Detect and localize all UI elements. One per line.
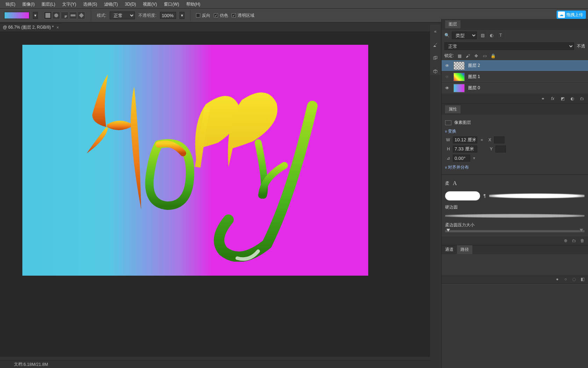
align-section[interactable]: 对齐并分布 xyxy=(445,164,585,170)
selection-path-icon[interactable]: ◌ xyxy=(571,276,577,282)
mask-icon[interactable]: ◩ xyxy=(559,95,566,102)
layer-item[interactable]: 👁 图层 1 xyxy=(442,71,588,83)
brush-size-slider[interactable] xyxy=(445,230,585,232)
x-input[interactable] xyxy=(494,136,504,143)
properties-tab[interactable]: 属性 xyxy=(445,105,460,113)
blend-mode-select[interactable]: 正常 xyxy=(110,12,135,19)
brush-soft-label: 柔 xyxy=(445,181,449,186)
svg-rect-0 xyxy=(45,13,50,18)
lock-artboard-icon[interactable]: ▭ xyxy=(482,53,487,59)
layer-name[interactable]: 图层 1 xyxy=(468,74,480,80)
width-input[interactable] xyxy=(453,136,477,143)
transform-section[interactable]: 变换 xyxy=(445,128,585,134)
cloud-icon: ☁ xyxy=(558,12,565,18)
layer-item[interactable]: 👁 图层 0 xyxy=(442,83,588,94)
stroke-path-icon[interactable]: ○ xyxy=(563,276,568,282)
layer-name[interactable]: 图层 2 xyxy=(468,63,480,69)
new-brush-icon[interactable]: ⊕ xyxy=(563,238,568,243)
link-wh-icon[interactable]: ⚭ xyxy=(480,137,484,142)
layer-thumbnail[interactable] xyxy=(453,62,465,70)
lock-position-icon[interactable]: ✥ xyxy=(473,53,479,59)
angle-input[interactable] xyxy=(453,155,470,162)
gradient-preview[interactable] xyxy=(4,12,29,19)
gradient-reflected-button[interactable] xyxy=(69,12,77,19)
lock-paint-icon[interactable]: 🖌 xyxy=(465,53,471,59)
channels-tab[interactable]: 通道 xyxy=(442,245,457,254)
adjustment-icon[interactable]: ◐ xyxy=(569,95,575,102)
3d-icon[interactable] xyxy=(432,68,439,75)
angle-dropdown[interactable]: ▾ xyxy=(473,156,475,161)
status-bar: 文档: 6.18M/21.8M xyxy=(0,360,430,368)
menu-window[interactable]: 窗口(W) xyxy=(160,1,182,7)
height-input[interactable] xyxy=(453,146,477,153)
canvas[interactable] xyxy=(22,45,368,276)
menu-layer[interactable]: 图层(L) xyxy=(38,1,59,7)
brush-folder-icon[interactable]: 🗀 xyxy=(571,238,577,243)
fill-path-icon[interactable]: ● xyxy=(554,276,560,282)
visibility-icon[interactable]: 👁 xyxy=(444,63,450,69)
fx-icon[interactable]: fx xyxy=(550,95,556,102)
lock-all-icon[interactable]: 🔒 xyxy=(490,53,496,59)
layer-blend-select[interactable]: 正常 xyxy=(444,42,574,50)
visibility-icon[interactable]: 👁 xyxy=(444,74,450,80)
search-icon[interactable]: 🔍 xyxy=(444,33,450,38)
menu-filter[interactable]: 滤镜(T) xyxy=(101,1,121,7)
brush-preview-stroke[interactable] xyxy=(489,191,585,200)
brush-hard-label: 硬边圆 xyxy=(445,204,585,210)
cloud-upload-label: 拖拽上传 xyxy=(566,12,583,18)
visibility-icon[interactable]: 👁 xyxy=(444,85,450,91)
layers-tab[interactable]: 图层 xyxy=(445,20,460,28)
collapse-icon[interactable]: « xyxy=(432,28,439,35)
layer-thumbnail[interactable] xyxy=(453,84,465,92)
layer-filter-select[interactable]: 类型 xyxy=(452,31,477,39)
brush-preview[interactable] xyxy=(445,191,480,200)
reverse-checkbox[interactable] xyxy=(196,13,200,17)
y-input[interactable] xyxy=(495,146,506,153)
close-icon[interactable]: × xyxy=(57,25,59,30)
layer-name[interactable]: 图层 0 xyxy=(468,85,480,91)
layer-item[interactable]: 👁 图层 2 xyxy=(442,60,588,71)
layer-buttons: ⚭ fx ◩ ◐ 🗀 xyxy=(442,94,588,104)
reverse-label: 反向 xyxy=(202,13,210,19)
brush-settings-icon[interactable] xyxy=(432,41,439,48)
gradient-angle-button[interactable] xyxy=(61,12,68,19)
text-tool-icon[interactable]: A xyxy=(453,180,457,186)
brush-hard-preview[interactable] xyxy=(445,212,585,219)
gradient-diamond-button[interactable] xyxy=(78,12,85,19)
paths-tab[interactable]: 路径 xyxy=(457,245,472,254)
menu-select[interactable]: 选择(S) xyxy=(80,1,101,7)
dither-checkbox[interactable] xyxy=(214,13,218,17)
doc-size-value[interactable]: 6.18M/21.8M xyxy=(23,362,48,367)
group-icon[interactable]: 🗀 xyxy=(579,95,585,102)
filter-type-icon[interactable]: T xyxy=(497,32,504,39)
menu-view[interactable]: 视图(V) xyxy=(139,1,160,7)
panels-column: 图层 🔍 类型 ▧ ◐ T 正常 不透 锁定: ▩ 🖌 ✥ ▭ 🔒 👁 图层 2 xyxy=(441,19,588,368)
y-label: Y xyxy=(488,147,493,151)
filter-adjust-icon[interactable]: ◐ xyxy=(488,32,495,39)
gradient-linear-button[interactable] xyxy=(44,12,52,19)
clone-source-icon[interactable] xyxy=(432,55,439,62)
menu-3d[interactable]: 3D(D) xyxy=(121,2,139,7)
canvas-artwork xyxy=(68,66,326,262)
h-label: H xyxy=(445,147,450,151)
opacity-input[interactable] xyxy=(160,12,176,19)
document-tab[interactable]: @ 66.7% (图层 2, RGB/8) * × xyxy=(0,23,62,31)
gradient-dropdown[interactable]: ▾ xyxy=(33,12,38,19)
lock-transparency-icon[interactable]: ▩ xyxy=(457,53,462,59)
transparency-checkbox[interactable] xyxy=(232,13,236,17)
doc-size-label: 文档: xyxy=(14,361,23,367)
cloud-upload-button[interactable]: ☁ 拖拽上传 xyxy=(557,10,586,19)
menu-type[interactable]: 文字(Y) xyxy=(59,1,80,7)
menu-image[interactable]: 图像(I) xyxy=(19,1,38,7)
mask-path-icon[interactable]: ◧ xyxy=(580,276,585,282)
link-icon[interactable]: ⚭ xyxy=(540,95,546,102)
delete-brush-icon[interactable]: 🗑 xyxy=(580,238,585,243)
menu-edit[interactable]: 辑(E) xyxy=(2,1,19,7)
gradient-radial-button[interactable] xyxy=(52,12,60,19)
w-label: W xyxy=(445,137,450,142)
paragraph-icon[interactable]: ¶ xyxy=(484,193,486,198)
layer-thumbnail[interactable] xyxy=(453,73,465,81)
filter-image-icon[interactable]: ▧ xyxy=(479,32,486,39)
menu-help[interactable]: 帮助(H) xyxy=(183,1,204,7)
opacity-dropdown[interactable]: ▾ xyxy=(180,12,184,19)
